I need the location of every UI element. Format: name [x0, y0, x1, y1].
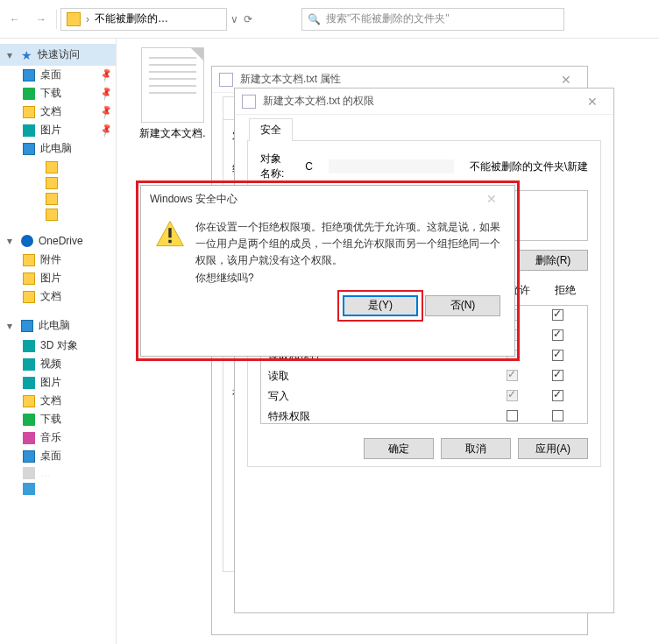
explorer-toolbar: ← → › 不能被删除的… ∨ ⟳ 🔍 搜索"不能被删除的文件夹" [0, 0, 659, 39]
sidebar-item[interactable]: 下载 [0, 410, 116, 428]
cloud-icon [21, 235, 33, 247]
item-icon [23, 69, 35, 81]
pin-icon: 📌 [98, 85, 115, 101]
svg-rect-1 [168, 228, 171, 237]
allow-checkbox[interactable] [507, 370, 518, 381]
sidebar-item[interactable] [23, 207, 116, 223]
deny-checkbox[interactable] [552, 390, 563, 401]
search-input[interactable]: 🔍 搜索"不能被删除的文件夹" [301, 8, 564, 31]
this-pc-header[interactable]: ▾ 此电脑 [0, 315, 116, 336]
permission-row: 读取 [261, 366, 587, 386]
highlight-box: Windows 安全中心 ✕ 你在设置一个拒绝权限项。拒绝项优先于允许项。这就是… [136, 180, 520, 361]
deny-checkbox[interactable] [552, 370, 563, 381]
sidebar-item[interactable]: 3D 对象 [0, 336, 116, 355]
close-icon[interactable]: ✕ [478, 192, 506, 206]
sidebar-item[interactable]: 音乐 [0, 428, 116, 447]
warning-message: 你在设置一个拒绝权限项。拒绝项优先于允许项。这就是说，如果一位用户是两个组的成员… [195, 219, 500, 270]
deny-checkbox[interactable] [552, 410, 563, 421]
deny-checkbox[interactable] [552, 350, 563, 361]
file-item[interactable]: 新建文本文档. [134, 47, 211, 144]
security-warning-dialog: Windows 安全中心 ✕ 你在设置一个拒绝权限项。拒绝项优先于允许项。这就是… [140, 185, 515, 357]
folder-icon [67, 12, 81, 26]
item-icon [23, 450, 35, 463]
allow-checkbox[interactable] [507, 390, 518, 401]
sidebar-item[interactable]: 文档📌 [0, 103, 116, 121]
folder-icon [46, 209, 58, 221]
sidebar-item[interactable]: 图片 [0, 373, 116, 392]
close-icon[interactable]: ✕ [552, 73, 580, 87]
sidebar-item[interactable]: 文档 [0, 392, 116, 410]
pc-icon [21, 320, 33, 332]
breadcrumb-sep: › [86, 13, 89, 25]
sidebar-item[interactable]: 附件 [0, 251, 116, 269]
quick-access-header[interactable]: ▾★ 快速访问 [0, 44, 116, 66]
refresh-icon[interactable]: ⟳ [242, 13, 254, 25]
folder-icon [46, 177, 58, 189]
close-icon[interactable]: ✕ [578, 95, 606, 109]
dialog-title: 新建文本文档.txt 属性 [240, 72, 341, 87]
yes-button[interactable]: 是(Y) [343, 295, 418, 316]
folder-icon [23, 254, 35, 266]
item-icon [23, 106, 35, 118]
file-name: 新建文本文档. [134, 126, 211, 141]
onedrive-header[interactable]: ▾ OneDrive [0, 231, 116, 251]
apply-button[interactable]: 应用(A) [518, 438, 588, 459]
sidebar-item[interactable]: 桌面 [0, 447, 116, 465]
item-icon [23, 414, 35, 426]
cancel-button[interactable]: 取消 [441, 438, 511, 459]
remove-button[interactable]: 删除(R) [518, 250, 588, 271]
folder-icon [46, 193, 58, 205]
object-name-label: 对象名称: [260, 152, 289, 181]
object-path-c: C [305, 160, 313, 173]
sidebar-item[interactable]: 图片📌 [0, 121, 116, 139]
folder-icon [23, 272, 35, 285]
item-icon [23, 88, 35, 100]
document-icon [242, 95, 256, 109]
explorer-sidebar: ▾★ 快速访问 桌面📌下载📌文档📌图片📌此电脑 ▾ OneDrive 附件图片文… [0, 39, 117, 644]
ok-button[interactable]: 确定 [364, 438, 434, 459]
sidebar-item[interactable] [23, 159, 116, 175]
item-icon [23, 358, 35, 371]
deny-checkbox[interactable] [552, 309, 563, 321]
tab-security[interactable]: 安全 [249, 118, 293, 141]
item-icon [23, 340, 35, 352]
address-bar[interactable]: › 不能被删除的… [60, 8, 227, 31]
pin-icon: 📌 [98, 67, 115, 82]
text-file-icon [141, 47, 204, 123]
item-icon [23, 432, 35, 444]
item-icon [23, 377, 35, 389]
item-icon [23, 143, 35, 155]
permission-row: 特殊权限 [261, 407, 587, 424]
warning-question: 你想继续吗? [195, 270, 500, 287]
redacted [329, 159, 454, 173]
dialog-title: Windows 安全中心 [150, 192, 237, 207]
search-placeholder: 搜索"不能被删除的文件夹" [326, 11, 450, 26]
allow-checkbox[interactable] [507, 410, 518, 421]
sidebar-item[interactable]: 桌面📌 [0, 66, 116, 84]
sidebar-item[interactable]: 图片 [0, 269, 116, 287]
warning-icon [155, 219, 185, 249]
star-icon: ★ [21, 49, 32, 61]
sidebar-item[interactable]: 视频 [0, 355, 116, 373]
item-icon [23, 395, 35, 407]
sidebar-item[interactable]: 文档 [0, 287, 116, 306]
nav-back-icon[interactable]: ← [4, 8, 26, 31]
folder-icon [23, 291, 35, 303]
folder-icon [46, 161, 58, 173]
no-button[interactable]: 否(N) [425, 295, 500, 316]
breadcrumb-folder[interactable]: 不能被删除的… [95, 11, 168, 26]
pin-icon: 📌 [98, 103, 115, 119]
deny-checkbox[interactable] [552, 329, 563, 341]
permission-row: 写入 [261, 386, 587, 407]
dialog-title: 新建文本文档.txt 的权限 [263, 94, 374, 109]
nav-forward-icon[interactable]: → [30, 8, 53, 31]
col-deny: 拒绝 [542, 283, 588, 298]
sidebar-item[interactable]: 此电脑 [0, 139, 116, 158]
sidebar-item[interactable]: 下载📌 [0, 84, 116, 103]
sidebar-item[interactable] [23, 191, 116, 207]
svg-rect-2 [168, 240, 171, 243]
sidebar-item[interactable] [23, 175, 116, 191]
item-icon [23, 124, 35, 137]
object-path-tail: 不能被删除的文件夹\新建 [470, 159, 588, 174]
search-icon: 🔍 [308, 13, 321, 25]
